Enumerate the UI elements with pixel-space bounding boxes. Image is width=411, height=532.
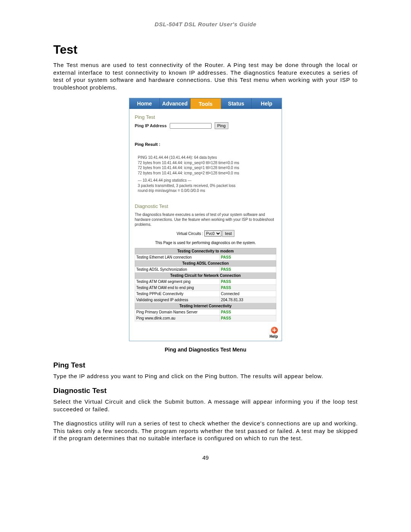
ping-line: --- 10.41.44.44 ping statistics ---	[138, 178, 276, 183]
diag-row-result: PASS	[220, 254, 276, 260]
ping-result-label: Ping Result :	[135, 142, 276, 147]
test-button[interactable]: test	[222, 230, 234, 237]
diag-row: Ping Primary Domain Names ServerPASS	[135, 309, 276, 315]
diag-row-result: PASS	[220, 315, 276, 321]
ping-ip-label: Ping IP Address	[135, 123, 167, 128]
tab-status[interactable]: Status	[221, 98, 252, 109]
diag-row-result: Connected	[220, 291, 276, 297]
diag-row-name: Testing PPPoE Connectivity	[135, 291, 220, 297]
ping-line: 72 bytes from 10.41.44.44: icmp_seq=0 tt…	[138, 160, 276, 166]
ping-line: 72 bytes from 10.41.44.44: icmp_seq=1 tt…	[138, 165, 276, 171]
ping-ip-input[interactable]	[170, 123, 212, 129]
diag-row: Testing ADSL SynchronizationPASS	[135, 266, 276, 272]
diagnostic-test-heading: Diagnostic Test	[53, 387, 358, 395]
doc-header: DSL-504T DSL Router User's Guide	[53, 21, 358, 27]
diag-group-header: Testing ADSL Connection	[135, 260, 276, 266]
diag-row-name: Testing ATM OAM segment ping	[135, 278, 220, 284]
help-icon[interactable]	[271, 327, 278, 334]
ping-line: PING 10.41.44.44 (10.41.44.44): 64 data …	[138, 155, 276, 160]
diag-row-result: PASS	[220, 278, 276, 284]
diag-row-name: Testing Ethernet LAN connection	[135, 254, 220, 260]
diag-row-result: PASS	[220, 284, 276, 291]
diag-row-name: Testing ATM OAM end to end ping	[135, 284, 220, 291]
ping-test-section-title: Ping Test	[135, 114, 276, 120]
diag-row-name: Testing ADSL Synchronization	[135, 266, 220, 272]
diag-row-result: 204.78.81.33	[220, 297, 276, 303]
ping-line: 3 packets transmitted, 3 packets receive…	[138, 183, 276, 189]
diagnostic-table: Testing Connectivity to modemTesting Eth…	[135, 248, 276, 321]
diag-row: Testing Ethernet LAN connectionPASS	[135, 254, 276, 260]
help-corner: Help	[129, 324, 282, 341]
diag-row-name: Ping www.dlink.com.au	[135, 315, 220, 321]
diagnostic-body-2: The diagnostics utility will run a serie…	[53, 420, 358, 442]
screenshot-caption: Ping and Diagnostics Test Menu	[53, 347, 358, 353]
page-number: 49	[53, 454, 358, 461]
tab-tools[interactable]: Tools	[190, 98, 221, 109]
intro-paragraph: The Test menus are used to test connecti…	[53, 61, 358, 91]
diag-row: Ping www.dlink.com.auPASS	[135, 315, 276, 321]
diag-row-result: PASS	[220, 266, 276, 272]
diag-row: Validating assigned IP address204.78.81.…	[135, 297, 276, 303]
ping-result-output: PING 10.41.44.44 (10.41.44.44): 64 data …	[135, 155, 276, 193]
tab-help[interactable]: Help	[252, 98, 282, 109]
diag-row: Testing PPPoE ConnectivityConnected	[135, 291, 276, 297]
diagnostic-note: This Page is used for performing diagnos…	[135, 241, 276, 245]
diag-row-name: Validating assigned IP address	[135, 297, 220, 303]
router-screenshot: Home Advanced Tools Status Help Ping Tes…	[129, 98, 282, 341]
diagnostic-body-1: Select the Virtual Circuit and click the…	[53, 398, 358, 413]
diag-row: Testing ATM OAM end to end pingPASS	[135, 284, 276, 291]
ping-test-heading: Ping Test	[53, 361, 358, 369]
ping-line: 72 bytes from 10.41.44.44: icmp_seq=2 tt…	[138, 171, 276, 176]
diag-group-header: Testing Internet Connectivity	[135, 303, 276, 309]
ping-button[interactable]: Ping	[215, 122, 228, 129]
help-label: Help	[129, 334, 278, 339]
diag-group-header: Testing Connectivity to modem	[135, 248, 276, 254]
ping-line: round-trip min/avg/max = 0.0/0.0/0.0 ms	[138, 188, 276, 193]
diag-group-header: Testing Circuit for Network Connection	[135, 272, 276, 278]
diag-row: Testing ATM OAM segment pingPASS	[135, 278, 276, 284]
diag-row-result: PASS	[220, 309, 276, 315]
page-title: Test	[53, 43, 358, 57]
virtual-circuit-label: Virtual Circuits :	[177, 232, 203, 236]
diagnostic-description: The diagnostics feature executes a serie…	[135, 212, 276, 227]
diag-row-name: Ping Primary Domain Names Server	[135, 309, 220, 315]
tab-home[interactable]: Home	[129, 98, 160, 109]
virtual-circuit-select[interactable]: Pvc0	[204, 230, 221, 236]
tab-advanced[interactable]: Advanced	[160, 98, 190, 109]
diagnostic-section-title: Diagnostic Test	[135, 203, 276, 209]
tab-bar: Home Advanced Tools Status Help	[129, 98, 282, 109]
ping-test-body: Type the IP address you want to Ping and…	[53, 372, 358, 380]
